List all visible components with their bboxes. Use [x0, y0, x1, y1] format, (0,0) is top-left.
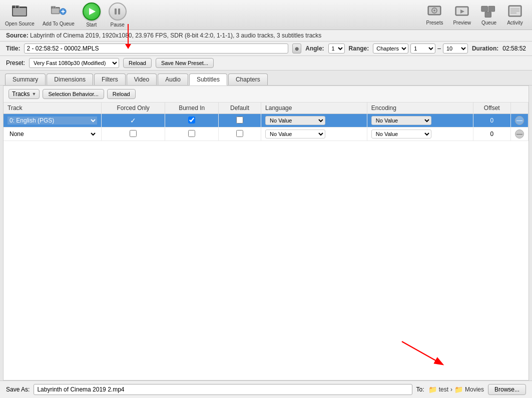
- burned-in-checkbox[interactable]: [188, 130, 195, 137]
- queue-button[interactable]: Queue: [477, 4, 501, 26]
- add-to-queue-label: Add To Queue: [43, 21, 75, 26]
- remove-cell: —: [511, 114, 528, 128]
- angle-select[interactable]: 1: [328, 44, 345, 54]
- col-default: Default: [219, 102, 261, 114]
- folder1-name: test: [439, 386, 448, 393]
- encoding-cell: No Value: [367, 128, 473, 141]
- col-offset: Offset: [473, 102, 510, 114]
- tab-summary[interactable]: Summary: [5, 74, 46, 85]
- track-select[interactable]: 0: English (PGS): [8, 116, 97, 124]
- path-separator: ›: [450, 386, 452, 393]
- track-cell: None: [4, 128, 102, 141]
- tab-audio[interactable]: Audio: [158, 74, 188, 85]
- col-track: Track: [4, 102, 102, 114]
- to-label: To:: [416, 386, 424, 393]
- burned-in-checkbox[interactable]: [188, 116, 195, 124]
- bottom-bar: Save As: To: 📁 test › 📁 Movies Browse...: [0, 380, 532, 398]
- table-row: 0: English (PGS) ✓: [4, 114, 528, 128]
- angle-label: Angle:: [305, 45, 324, 52]
- preset-bar: Preset: Very Fast 1080p30 (Modified) Rel…: [0, 56, 532, 70]
- tabs-bar: Summary Dimensions Filters Video Audio S…: [0, 70, 532, 86]
- duration-value: 02:58:52: [502, 45, 526, 52]
- preset-select[interactable]: Very Fast 1080p30 (Modified): [29, 58, 119, 68]
- presets-button[interactable]: Presets: [422, 4, 447, 26]
- title-bar: Title: ⊕ Angle: 1 Range: Chapters 1 – 10…: [0, 42, 532, 56]
- tracks-dropdown[interactable]: Tracks ▼: [9, 89, 40, 99]
- language-select[interactable]: No Value: [265, 116, 325, 125]
- folder-path: 📁 test › 📁 Movies: [428, 386, 484, 394]
- open-source-button[interactable]: Open Source: [5, 4, 35, 26]
- source-value: Labyrinth of Cinema 2019, 1920x1080, 23.…: [30, 32, 321, 39]
- tab-dimensions[interactable]: Dimensions: [47, 74, 93, 85]
- preset-label: Preset:: [6, 60, 25, 66]
- add-to-queue-button[interactable]: Add To Queue: [43, 4, 75, 26]
- preview-button[interactable]: Preview: [449, 4, 475, 26]
- presets-icon: [426, 4, 442, 18]
- track-cell: 0: English (PGS): [4, 114, 102, 128]
- range-label: Range:: [349, 45, 369, 52]
- start-label: Start: [86, 22, 97, 28]
- tracks-dropdown-arrow: ▼: [32, 92, 37, 96]
- start-button[interactable]: Start: [83, 2, 101, 28]
- browse-button[interactable]: Browse...: [488, 384, 526, 395]
- burned-in-cell: [165, 128, 219, 141]
- selection-behavior-button[interactable]: Selection Behavior...: [43, 89, 104, 99]
- main-toolbar: Open Source Add To Queue Sta: [0, 0, 532, 30]
- table-row: None No Value: [4, 128, 528, 141]
- track-table: Track Forced Only Burned In Default Lang…: [4, 102, 528, 141]
- preview-icon: [454, 4, 470, 18]
- encoding-select[interactable]: No Value: [371, 130, 431, 138]
- queue-icon: [481, 4, 497, 18]
- range-start-select[interactable]: 1: [410, 44, 435, 54]
- start-play-icon: [83, 2, 101, 20]
- pause-icon: [109, 2, 127, 20]
- save-new-preset-button[interactable]: Save New Preset...: [156, 58, 214, 68]
- folder1-icon: 📁: [428, 386, 437, 394]
- content-area: Tracks ▼ Selection Behavior... Reload Tr…: [3, 86, 529, 380]
- forced-only-checkbox[interactable]: [130, 130, 137, 137]
- encoding-select[interactable]: No Value: [371, 116, 431, 125]
- tab-chapters[interactable]: Chapters: [228, 74, 268, 85]
- offset-cell: 0: [473, 128, 510, 141]
- tracks-dropdown-label: Tracks: [12, 90, 30, 98]
- language-cell: No Value: [261, 114, 367, 128]
- presets-label: Presets: [426, 20, 443, 26]
- tab-video[interactable]: Video: [127, 74, 157, 85]
- preview-label: Preview: [453, 20, 471, 26]
- svg-rect-8: [52, 8, 59, 13]
- remove-button[interactable]: —: [515, 130, 524, 138]
- pause-button[interactable]: Pause: [109, 2, 127, 28]
- save-as-input[interactable]: [34, 384, 412, 395]
- save-as-label: Save As:: [6, 386, 30, 393]
- activity-button[interactable]: Activity: [503, 4, 527, 26]
- range-separator: –: [437, 45, 441, 52]
- reload-preset-button[interactable]: Reload: [123, 58, 152, 68]
- open-source-label: Open Source: [5, 21, 35, 26]
- col-encoding: Encoding: [367, 102, 473, 114]
- track-select[interactable]: None: [8, 130, 97, 138]
- tab-subtitles[interactable]: Subtitles: [189, 74, 227, 86]
- svg-line-0: [402, 342, 442, 364]
- col-actions: [511, 102, 528, 114]
- encoding-cell: No Value: [367, 114, 473, 128]
- reload-tracks-button[interactable]: Reload: [107, 89, 136, 99]
- svg-rect-25: [485, 12, 491, 17]
- col-burned-in: Burned In: [165, 102, 219, 114]
- source-bar: Source: Labyrinth of Cinema 2019, 1920x1…: [0, 30, 532, 42]
- language-select[interactable]: No Value: [265, 130, 325, 138]
- remove-cell: —: [511, 128, 528, 141]
- range-end-select[interactable]: 10: [443, 44, 468, 54]
- right-toolbar: Presets Preview: [422, 4, 527, 26]
- svg-rect-2: [13, 8, 26, 16]
- default-checkbox[interactable]: [236, 116, 243, 124]
- duration-label: Duration:: [472, 45, 498, 52]
- offset-cell: 0: [473, 114, 510, 128]
- forced-only-cell: ✓: [102, 114, 165, 128]
- range-type-select[interactable]: Chapters: [373, 44, 408, 54]
- folder2-icon: 📁: [454, 386, 463, 394]
- default-checkbox[interactable]: [236, 130, 243, 137]
- title-input[interactable]: [24, 44, 288, 54]
- remove-button[interactable]: —: [515, 116, 524, 125]
- tab-filters[interactable]: Filters: [94, 74, 126, 85]
- title-stepper[interactable]: ⊕: [292, 44, 301, 54]
